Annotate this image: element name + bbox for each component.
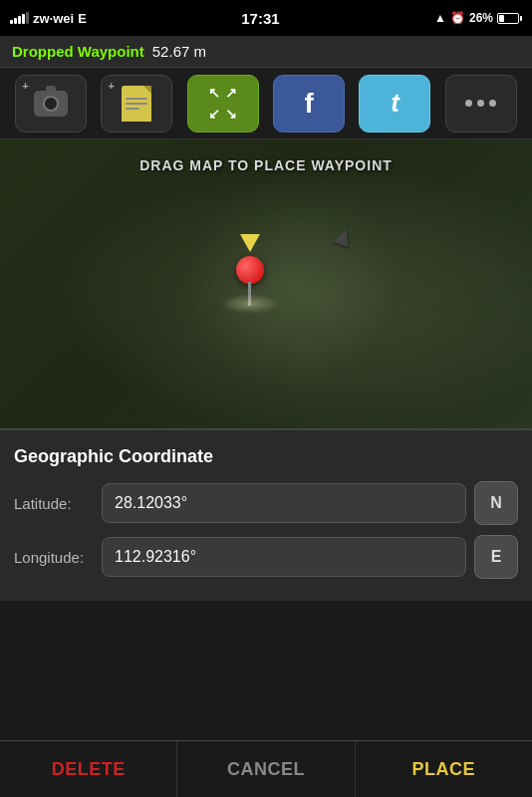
- delete-button[interactable]: DELETE: [0, 741, 176, 797]
- expand-arrow-bl: ↙: [208, 106, 220, 122]
- more-dot-1: [465, 100, 472, 107]
- note-line-1: [126, 98, 147, 100]
- signal-bar-2: [14, 18, 17, 24]
- facebook-button[interactable]: f: [273, 75, 345, 133]
- network-type: E: [78, 11, 87, 26]
- facebook-icon: f: [304, 88, 313, 120]
- status-right: ▲ ⏰ 26%: [434, 11, 522, 25]
- notes-button[interactable]: +: [101, 75, 172, 133]
- coordinate-panel: Geographic Coordinate Latitude: 28.12033…: [0, 428, 532, 601]
- place-button[interactable]: PLACE: [356, 741, 532, 797]
- twitter-button[interactable]: t: [359, 75, 430, 133]
- latitude-label: Latitude:: [14, 495, 94, 512]
- notes-icon: [122, 86, 151, 122]
- toolbar: + + ↖ ↗ ↙ ↘ f t: [0, 68, 532, 139]
- camera-bump: [46, 86, 56, 92]
- signal-bars: [10, 12, 29, 24]
- more-button[interactable]: [445, 75, 517, 133]
- waypoint-distance: 52.67 m: [152, 43, 206, 60]
- pin-shadow-glow: [220, 294, 280, 314]
- expand-button[interactable]: ↖ ↗ ↙ ↘: [187, 75, 259, 133]
- camera-lens: [43, 96, 59, 112]
- latitude-row: Latitude: 28.12033° N: [14, 481, 518, 525]
- longitude-dir-button[interactable]: E: [474, 535, 518, 579]
- expand-arrow-br: ↘: [225, 106, 237, 122]
- battery-fill: [499, 15, 504, 22]
- expand-arrow-tl: ↖: [208, 85, 220, 101]
- coord-title: Geographic Coordinate: [14, 446, 518, 467]
- twitter-icon: t: [391, 88, 399, 119]
- camera-icon: [34, 91, 68, 117]
- notes-plus-badge: +: [108, 80, 114, 92]
- drag-instruction: DRAG MAP TO PLACE WAYPOINT: [0, 157, 532, 173]
- action-bar: DELETE CANCEL PLACE: [0, 740, 532, 797]
- map-overlay-circle: [183, 174, 402, 394]
- more-dot-2: [477, 100, 484, 107]
- latitude-value[interactable]: 28.12033°: [102, 483, 466, 523]
- map-area[interactable]: DRAG MAP TO PLACE WAYPOINT ▲: [0, 139, 532, 428]
- pin-ball: [236, 256, 264, 284]
- camera-button[interactable]: +: [15, 75, 87, 133]
- signal-bar-5: [26, 12, 29, 24]
- more-icon: [465, 100, 496, 107]
- battery-pct: 26%: [469, 11, 493, 25]
- waypoint-label: Dropped Waypoint: [12, 43, 144, 60]
- expand-arrow-tr: ↗: [225, 85, 237, 101]
- cancel-button[interactable]: CANCEL: [176, 741, 355, 797]
- carrier-text: zw·wei: [33, 11, 74, 26]
- signal-bar-3: [18, 16, 21, 24]
- pin-triangle: [240, 234, 260, 252]
- note-fold: [143, 86, 151, 94]
- battery-body: [497, 13, 519, 24]
- status-time: 17:31: [241, 10, 279, 27]
- battery-icon: [497, 13, 522, 24]
- status-left: zw·wei E: [10, 11, 87, 26]
- status-bar: zw·wei E 17:31 ▲ ⏰ 26%: [0, 0, 532, 36]
- battery-tip: [520, 16, 522, 21]
- signal-bar-1: [10, 20, 13, 24]
- longitude-value[interactable]: 112.92316°: [102, 537, 466, 577]
- camera-plus-badge: +: [22, 80, 28, 92]
- latitude-dir-button[interactable]: N: [474, 481, 518, 525]
- note-line-2: [126, 103, 147, 105]
- waypoint-pin: [236, 234, 264, 306]
- location-icon: ▲: [434, 11, 446, 25]
- more-dot-3: [489, 100, 496, 107]
- signal-bar-4: [22, 14, 25, 24]
- note-line-3: [126, 108, 138, 110]
- longitude-label: Longitude:: [14, 549, 94, 566]
- expand-icon: ↖ ↗ ↙ ↘: [208, 85, 237, 122]
- alarm-icon: ⏰: [450, 11, 465, 25]
- header-bar: Dropped Waypoint 52.67 m: [0, 36, 532, 68]
- longitude-row: Longitude: 112.92316° E: [14, 535, 518, 579]
